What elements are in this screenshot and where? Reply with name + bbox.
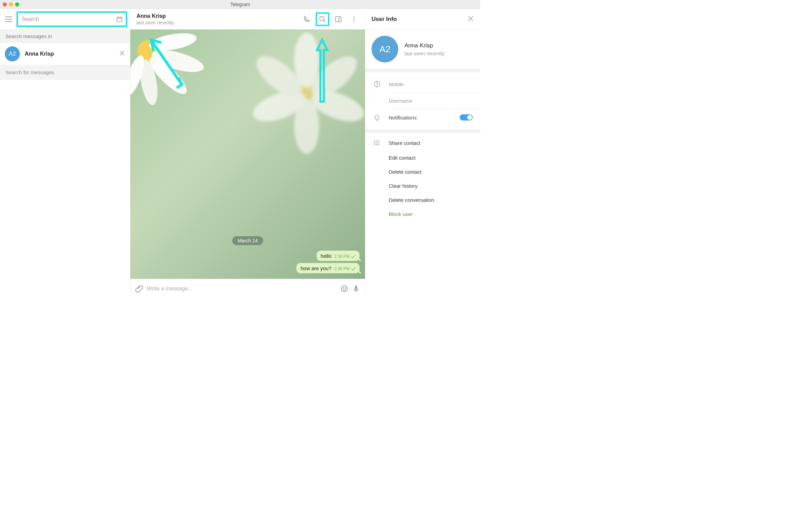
user-info-panel: User Info A2 Anna Krisp last seen recent…	[365, 9, 480, 298]
clear-history-button[interactable]: Clear history	[365, 179, 480, 193]
date-badge: March 14	[232, 236, 263, 245]
notifications-row: Notifications	[365, 109, 480, 126]
smile-icon	[340, 285, 349, 293]
svg-point-42	[374, 141, 375, 141]
search-icon	[319, 15, 326, 23]
user-info-profile[interactable]: A2 Anna Krisp last seen recently	[365, 30, 480, 69]
more-vertical-icon	[350, 15, 358, 23]
selected-chat-item[interactable]: A2 Anna Krisp	[0, 43, 130, 65]
close-icon	[467, 15, 474, 22]
sidebar: Search messages in A2 Anna Krisp Search …	[0, 9, 130, 298]
annotation-arrow-icon	[144, 36, 189, 98]
maximize-window-icon[interactable]	[15, 2, 19, 7]
search-highlight	[16, 11, 127, 27]
voice-button[interactable]	[352, 285, 360, 293]
clear-selected-chat-button[interactable]	[119, 50, 125, 58]
svg-point-30	[343, 288, 344, 288]
message-time: 2:36 PM	[334, 266, 350, 271]
message-row: hello 2:36 PM	[136, 251, 360, 261]
action-label: Delete conversation	[389, 197, 434, 203]
user-info-name: Anna Krisp	[404, 42, 445, 49]
delete-conversation-button[interactable]: Delete conversation	[365, 193, 480, 207]
search-input[interactable]	[18, 16, 113, 22]
close-icon	[119, 50, 125, 56]
avatar: A2	[5, 46, 20, 61]
titlebar: Telegram	[0, 0, 480, 9]
action-label: Delete contact	[389, 169, 422, 175]
svg-point-38	[377, 82, 377, 83]
message-input[interactable]	[147, 286, 337, 292]
action-label: Block user	[389, 211, 413, 217]
message-row: how are you? 2:36 PM	[136, 263, 360, 273]
search-in-chat-button[interactable]	[316, 12, 329, 26]
delete-contact-button[interactable]: Delete contact	[365, 165, 480, 179]
message-text: how are you?	[301, 265, 331, 271]
app-title: Telegram	[230, 2, 250, 7]
search-section-label: Search messages in	[0, 30, 130, 43]
chat-header-name: Anna Krisp	[137, 13, 300, 19]
svg-point-44	[374, 145, 375, 145]
user-info-status: last seen recently	[404, 50, 445, 56]
list-icon	[373, 139, 381, 147]
close-info-button[interactable]	[467, 15, 474, 23]
chat-panel: Anna Krisp last seen recently	[130, 9, 365, 298]
paperclip-icon	[135, 285, 143, 293]
menu-button[interactable]	[3, 13, 14, 25]
svg-point-14	[353, 19, 355, 20]
panel-icon	[334, 15, 342, 23]
user-info-title: User Info	[372, 16, 397, 23]
svg-rect-32	[355, 286, 357, 290]
hamburger-icon	[5, 16, 12, 22]
annotation-arrow-icon	[314, 36, 331, 105]
svg-point-13	[353, 16, 355, 18]
svg-point-15	[353, 21, 355, 22]
calendar-icon	[116, 16, 123, 23]
username-label: Username	[389, 98, 412, 104]
svg-rect-11	[336, 16, 341, 22]
check-icon	[351, 254, 356, 259]
svg-point-31	[345, 288, 346, 288]
window-controls	[3, 2, 19, 7]
phone-icon	[303, 15, 310, 23]
chat-name: Anna Krisp	[25, 51, 119, 57]
attach-button[interactable]	[135, 285, 143, 293]
username-row[interactable]: Username	[365, 93, 480, 108]
notifications-label: Notifications	[389, 115, 452, 120]
svg-point-43	[374, 142, 375, 143]
microphone-icon	[352, 285, 360, 293]
mobile-row[interactable]: Mobile	[365, 76, 480, 93]
svg-rect-3	[117, 17, 122, 22]
message-bubble[interactable]: how are you? 2:36 PM	[296, 263, 360, 273]
svg-point-29	[341, 286, 348, 292]
chat-header-info[interactable]: Anna Krisp last seen recently	[137, 13, 300, 25]
svg-line-10	[323, 20, 326, 22]
background-flower-icon	[244, 30, 365, 154]
action-label: Share contact	[389, 140, 421, 146]
edit-contact-button[interactable]: Edit contact	[365, 151, 480, 165]
composer	[130, 279, 365, 298]
message-bubble[interactable]: hello 2:36 PM	[317, 251, 360, 261]
svg-point-9	[320, 16, 324, 21]
action-label: Edit contact	[389, 155, 415, 161]
notifications-toggle[interactable]	[460, 114, 473, 120]
bell-icon	[373, 114, 381, 121]
more-button[interactable]	[347, 12, 361, 26]
check-icon	[351, 267, 356, 271]
emoji-button[interactable]	[340, 285, 349, 293]
avatar: A2	[372, 36, 398, 62]
chat-header: Anna Krisp last seen recently	[130, 9, 365, 30]
chat-header-status: last seen recently	[137, 20, 300, 25]
mobile-label: Mobile	[389, 81, 404, 87]
close-window-icon[interactable]	[3, 2, 7, 7]
action-label: Clear history	[389, 183, 417, 189]
call-button[interactable]	[300, 12, 314, 26]
chat-body: March 14 hello 2:36 PM how are you?	[130, 30, 365, 279]
share-contact-button[interactable]: Share contact	[365, 135, 480, 151]
message-time: 2:36 PM	[334, 254, 350, 259]
message-text: hello	[321, 253, 332, 259]
calendar-button[interactable]	[113, 16, 126, 23]
sidebar-toggle-button[interactable]	[331, 12, 345, 26]
minimize-window-icon[interactable]	[9, 2, 13, 7]
info-icon	[373, 80, 381, 88]
block-user-button[interactable]: Block user	[365, 207, 480, 221]
